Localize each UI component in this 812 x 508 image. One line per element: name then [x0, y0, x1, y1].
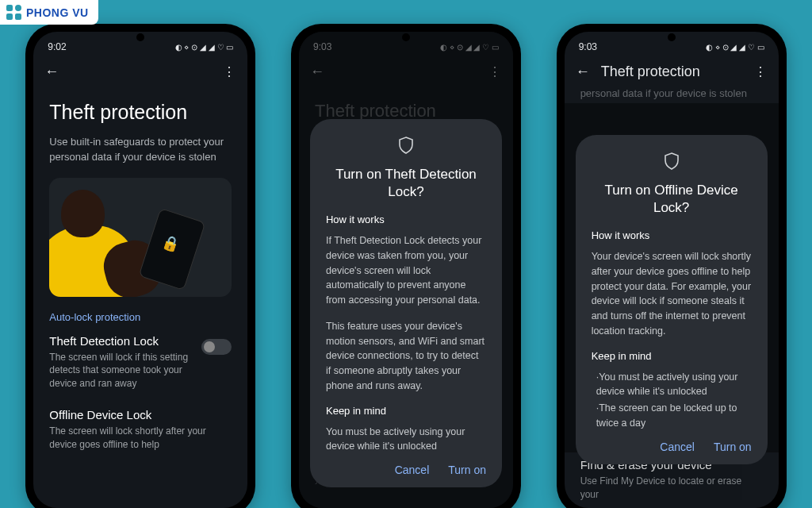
setting-desc: The screen will lock shortly after your …: [49, 425, 232, 452]
dialog-theft-detection: Turn on Theft Detection Lock? How it wor…: [310, 119, 502, 487]
hero-illustration: 🔒: [49, 178, 232, 297]
status-time: 9:03: [579, 41, 597, 52]
dialog-keep-label: Keep in mind: [592, 350, 752, 362]
camera-cutout: [668, 33, 676, 41]
dialog-title: Turn on Offline Device Lock?: [592, 182, 752, 217]
turn-on-button[interactable]: Turn on: [714, 441, 752, 453]
setting-desc: The screen will lock if this setting det…: [49, 351, 193, 391]
dialog-body-1: If Theft Detection Lock detects your dev…: [326, 233, 486, 308]
brand-logo: PHONG VU: [0, 0, 98, 25]
cancel-button[interactable]: Cancel: [395, 464, 430, 476]
more-icon[interactable]: ⋮: [754, 64, 768, 79]
setting-desc: Use Find My Device to locate or erase yo…: [580, 475, 763, 502]
dialog-title: Turn on Theft Detection Lock?: [326, 166, 486, 201]
turn-on-button[interactable]: Turn on: [448, 464, 486, 476]
phone-mockup-3: 9:03 ◐ ⋄ ⊙ ◢ ◢ ♡ ▭ ← Theft protection ⋮ …: [557, 24, 787, 508]
setting-offline-lock[interactable]: Offline Device Lock The screen will lock…: [49, 408, 232, 452]
status-time: 9:02: [48, 41, 66, 52]
logo-text: PHONG VU: [26, 6, 89, 19]
setting-theft-detection[interactable]: Theft Detection Lock The screen will loc…: [49, 334, 232, 391]
setting-title: Theft Detection Lock: [49, 334, 193, 348]
dialog-keep-label: Keep in mind: [326, 405, 486, 417]
shield-icon: [592, 152, 752, 174]
more-icon[interactable]: ⋮: [223, 64, 236, 79]
logo-dots-icon: [6, 5, 21, 20]
dialog-list-1: ·You must be actively using your device …: [596, 370, 752, 400]
shield-icon: [326, 137, 486, 158]
dialog-list-2: ·The screen can be locked up to twice a …: [596, 401, 752, 431]
page-subtitle: Use built-in safeguards to protect your …: [49, 135, 232, 165]
phone-mockup-1: 9:02 ◐ ⋄ ⊙ ◢ ◢ ♡ ▭ ← ⋮ Theft protection …: [25, 24, 255, 508]
setting-find-erase[interactable]: Find & erase your device Use Find My Dev…: [580, 458, 763, 502]
back-icon[interactable]: ←: [44, 64, 59, 80]
dialog-body-3: You must be actively using your device w…: [326, 425, 486, 455]
setting-title: Offline Device Lock: [49, 408, 232, 421]
dialog-body-2: This feature uses your device's motion s…: [326, 319, 486, 394]
page-title: Theft protection: [49, 101, 232, 124]
dialog-how-label: How it works: [592, 229, 752, 241]
status-icons: ◐ ⋄ ⊙ ◢ ◢ ♡ ▭: [706, 43, 764, 52]
camera-cutout: [136, 33, 144, 41]
back-icon[interactable]: ←: [576, 64, 590, 80]
camera-cutout: [402, 33, 410, 41]
dialog-offline-lock: Turn on Offline Device Lock? How it work…: [576, 135, 768, 464]
cancel-button[interactable]: Cancel: [660, 441, 695, 453]
dialog-body-1: Your device's screen will lock shortly a…: [592, 249, 752, 339]
toggle-theft-detection[interactable]: [201, 339, 232, 355]
section-autolock: Auto-lock protection: [49, 311, 232, 323]
phone-mockup-2: 9:03 ◐ ⋄ ⊙ ◢ ◢ ♡ ▭ ← ⋮ Theft protection …: [291, 24, 521, 508]
dialog-how-label: How it works: [326, 214, 486, 225]
page-subtitle-partial: personal data if your device is stolen: [580, 87, 763, 102]
header-title: Theft protection: [601, 64, 700, 80]
status-icons: ◐ ⋄ ⊙ ◢ ◢ ♡ ▭: [175, 43, 234, 52]
